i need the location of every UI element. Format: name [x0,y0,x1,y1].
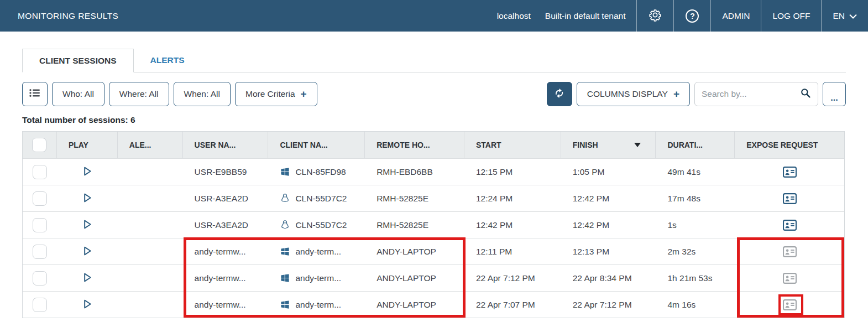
cell-start: 22 Apr 7:12 PM [464,265,561,291]
windows-os-icon [280,167,290,177]
cell-user-name: andy-termw... [183,265,269,291]
help-icon: ? [686,9,699,23]
header-duration[interactable]: DURATI... [656,132,735,158]
tab-client-sessions-label: CLIENT SESSIONS [39,56,117,66]
filter-toolbar: Who: All Where: All When: All More Crite… [22,82,846,106]
cell-start: 22 Apr 7:07 PM [464,292,561,318]
expose-request-icon[interactable] [783,167,797,178]
row-checkbox[interactable] [33,271,47,286]
host-tenant: localhost Built-in default tenant [486,0,637,32]
header-play[interactable]: PLAY [57,132,118,158]
tab-alerts[interactable]: ALERTS [134,49,201,72]
cell-user-name: andy-termw... [183,238,269,264]
cell-duration: 1h 21m 53s [656,265,735,291]
help-button[interactable]: ? [673,0,710,32]
more-criteria-label: More Criteria [245,89,295,99]
row-checkbox[interactable] [33,298,47,312]
cell-finish: 1:05 PM [561,159,656,185]
cell-start: 12:42 PM [464,212,561,238]
expose-request-icon[interactable] [783,220,797,231]
header-finish-label: FINISH [573,141,598,149]
admin-menu[interactable]: ADMIN [710,0,761,32]
cell-remote-host: RMH-52825E [365,212,464,238]
cell-remote-host: ANDY-LAPTOP [365,292,464,318]
where-filter-label: Where: All [119,89,159,99]
table-tools-group: COLUMNS DISPLAY + ... [547,82,846,106]
windows-os-icon [280,273,290,283]
list-view-button[interactable] [22,82,48,106]
more-criteria-button[interactable]: More Criteria + [235,82,317,106]
refresh-button[interactable] [547,82,572,106]
windows-os-icon [280,299,290,310]
row-checkbox[interactable] [33,245,47,259]
play-session-button[interactable] [81,245,93,259]
select-all-header [23,132,57,158]
header-client-name[interactable]: CLIENT NA... [268,132,365,158]
plus-icon: + [673,88,679,100]
cell-finish: 12:13 PM [561,238,656,264]
cell-user-name: USR-A3EA2D [183,212,269,238]
total-sessions-count: Total number of sessions: 6 [22,115,846,125]
cell-finish: 12:42 PM [561,185,656,211]
top-bar-right: localhost Built-in default tenant ? ADMI… [486,0,868,32]
cell-alerts [118,212,183,238]
row-checkbox[interactable] [33,191,47,206]
refresh-icon [553,87,565,101]
row-checkbox[interactable] [33,165,47,179]
more-options-button[interactable]: ... [823,82,846,106]
cell-alerts [118,238,183,264]
settings-button[interactable] [636,0,673,32]
expose-request-icon [783,273,797,284]
table-header-row: PLAY ALE... USER NA... CLIENT NA... REMO… [23,132,844,158]
header-finish-sorted[interactable]: FINISH [561,132,656,158]
host-name: localhost [497,11,531,21]
play-session-button[interactable] [81,218,93,232]
language-label: EN [833,11,845,21]
play-icon [81,218,93,232]
expose-request-icon[interactable] [783,193,797,204]
cell-start: 12:11 PM [464,238,561,264]
header-user-name[interactable]: USER NA... [183,132,269,158]
row-checkbox[interactable] [33,218,47,232]
columns-display-label: COLUMNS DISPLAY [587,89,668,99]
cell-remote-host: ANDY-LAPTOP [365,238,464,264]
play-session-button[interactable] [81,298,93,312]
when-filter-label: When: All [184,89,220,99]
play-session-button[interactable] [81,271,93,286]
linux-os-icon [280,220,290,230]
who-filter-button[interactable]: Who: All [52,82,104,106]
cell-client-name: CLN-55D7C2 [268,185,365,211]
when-filter-button[interactable]: When: All [174,82,231,106]
header-start[interactable]: START [464,132,561,158]
cell-start: 12:15 PM [464,159,561,185]
search-input[interactable] [702,89,800,99]
cell-alerts [118,159,183,185]
play-icon [81,165,93,179]
chevron-down-icon [849,11,857,21]
cell-duration: 2m 32s [656,238,735,264]
windows-os-icon [280,246,290,257]
cell-client-name: CLN-55D7C2 [268,212,365,238]
play-session-button[interactable] [81,191,93,206]
play-icon [81,245,93,259]
cell-alerts [118,292,183,318]
cell-user-name: USR-A3EA2D [183,185,269,211]
search-icon[interactable] [800,87,811,101]
header-expose-request[interactable]: EXPOSE REQUEST [735,132,844,158]
expose-request-icon [783,246,797,257]
log-off-label: LOG OFF [772,11,810,21]
table-row: andy-termw... andy-term... ANDY-LAPTOP 2… [23,264,844,291]
play-icon [81,298,93,312]
header-remote-host[interactable]: REMOTE HO... [365,132,464,158]
cell-remote-host: RMH-EBD6BB [365,159,464,185]
header-alerts[interactable]: ALE... [118,132,183,158]
log-off-button[interactable]: LOG OFF [761,0,821,32]
columns-display-button[interactable]: COLUMNS DISPLAY + [577,82,690,106]
where-filter-button[interactable]: Where: All [109,82,169,106]
top-bar: MONITORING RESULTS localhost Built-in de… [0,0,868,32]
select-all-checkbox[interactable] [32,138,46,152]
language-selector[interactable]: EN [821,0,868,32]
tab-client-sessions[interactable]: CLIENT SESSIONS [22,49,134,72]
table-row: USR-A3EA2D CLN-55D7C2 RMH-52825E 12:24 P… [23,185,844,211]
play-session-button[interactable] [81,165,93,179]
